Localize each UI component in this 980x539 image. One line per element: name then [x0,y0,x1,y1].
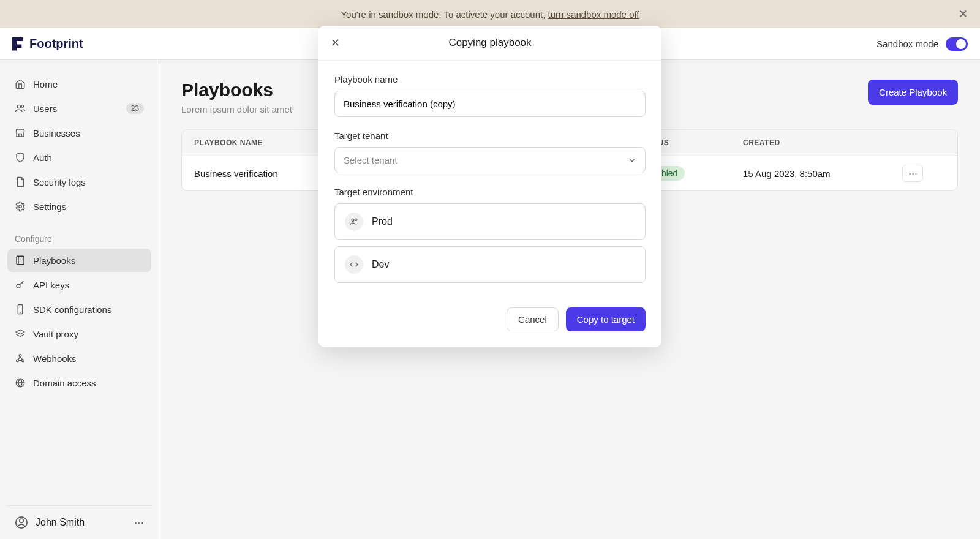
playbook-name-input[interactable] [334,91,646,117]
svg-point-4 [17,284,20,288]
sidebar-item-vault-proxy[interactable]: Vault proxy [7,322,151,345]
sandbox-toggle[interactable] [946,37,968,51]
env-option-prod[interactable]: Prod [334,203,646,240]
configure-section-label: Configure [7,229,151,249]
svg-point-8 [19,355,21,357]
sidebar-item-security-logs[interactable]: Security logs [7,170,151,194]
user-name: John Smith [36,517,85,528]
svg-point-2 [19,205,22,208]
footprint-logo-icon [12,37,23,51]
sidebar-item-playbooks[interactable]: Playbooks [7,249,151,272]
svg-point-13 [355,219,357,221]
page-title: Playbooks [181,80,292,100]
avatar-icon [15,516,28,529]
users-count-badge: 23 [126,103,144,114]
chevron-down-icon [628,156,636,165]
svg-point-11 [20,519,23,522]
target-env-label: Target environment [334,187,646,197]
layers-icon [15,328,26,339]
gear-icon [15,201,26,212]
create-playbook-button[interactable]: Create Playbook [868,80,958,105]
sidebar-item-home[interactable]: Home [7,72,151,96]
sidebar-item-businesses[interactable]: Businesses [7,121,151,145]
users-icon [15,103,26,114]
playbook-name-label: Playbook name [334,74,646,85]
svg-rect-3 [17,256,24,265]
sidebar-item-users[interactable]: Users 23 [7,97,151,120]
sidebar-item-api-keys[interactable]: API keys [7,273,151,296]
row-created: 15 Aug 2023, 8:50am [743,168,902,179]
sidebar-item-settings[interactable]: Settings [7,195,151,218]
sandbox-label: Sandbox mode [876,39,938,49]
modal-title: Copying playbook [448,37,531,48]
webhook-icon [15,353,26,364]
target-tenant-select[interactable]: Select tenant [334,147,646,173]
banner-text: You're in sandbox mode. To activete your… [341,9,639,20]
sidebar-item-domain-access[interactable]: Domain access [7,371,151,394]
globe-icon [15,377,26,388]
tenant-placeholder: Select tenant [344,155,398,165]
sandbox-toggle-group: Sandbox mode [876,37,968,51]
copy-playbook-modal: ✕ Copying playbook Playbook name Target … [318,26,662,347]
sandbox-banner: You're in sandbox mode. To activete your… [0,0,980,28]
copy-to-target-button[interactable]: Copy to target [566,307,646,331]
target-tenant-label: Target tenant [334,130,646,141]
book-icon [15,255,26,266]
sidebar-item-webhooks[interactable]: Webhooks [7,347,151,370]
svg-point-12 [352,219,354,221]
col-created: CREATED [743,138,902,147]
device-icon [15,304,26,315]
sidebar-user: John Smith ⋯ [7,505,151,539]
code-icon [345,255,363,274]
sidebar-item-sdk-config[interactable]: SDK configurations [7,298,151,321]
home-icon [15,78,26,89]
user-menu-icon[interactable]: ⋯ [134,517,144,529]
env-option-dev[interactable]: Dev [334,246,646,283]
sidebar: Home Users 23 Businesses Auth Security l… [0,60,159,539]
sidebar-item-auth[interactable]: Auth [7,146,151,169]
modal-header: ✕ Copying playbook [318,26,662,61]
users-group-icon [345,213,363,231]
key-icon [15,279,26,290]
shield-icon [15,152,26,163]
page-subtitle: Lorem ipsum dolor sit amet [181,104,292,115]
file-icon [15,176,26,187]
row-menu-button[interactable]: ⋯ [902,165,923,182]
store-icon [15,127,26,138]
modal-close-icon[interactable]: ✕ [331,36,340,50]
brand-logo[interactable]: Footprint [12,37,83,51]
cancel-button[interactable]: Cancel [507,307,559,331]
svg-point-0 [17,105,20,108]
svg-point-1 [21,105,24,107]
banner-close-icon[interactable]: ✕ [959,7,968,21]
turn-sandbox-off-link[interactable]: turn sandbox mode off [548,9,639,20]
